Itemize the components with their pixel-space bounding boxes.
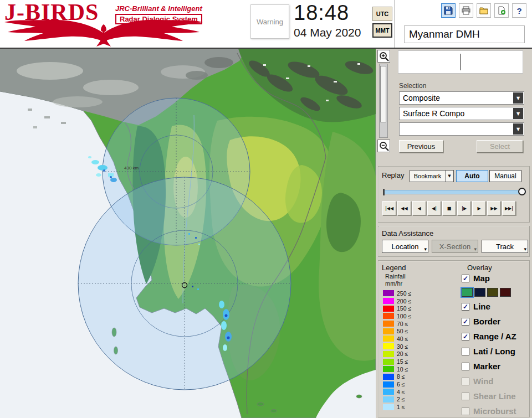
product-text-field[interactable] — [398, 50, 523, 74]
clock: 18:48 04 May 2020 — [294, 1, 361, 39]
legend-color-swatch — [383, 290, 394, 296]
map-style-swatch-1[interactable] — [462, 288, 473, 297]
overlay-label: Border — [473, 317, 500, 326]
button-label: Location — [391, 242, 418, 251]
auto-mode-button[interactable]: Auto — [456, 170, 488, 182]
playback-first-frame-button[interactable]: |◀◀ — [382, 201, 396, 215]
range-az-checkbox[interactable] — [462, 333, 469, 340]
map-style-swatch-2[interactable] — [474, 288, 485, 297]
export-button[interactable] — [494, 3, 509, 18]
x-section-button[interactable]: X-Section — [432, 240, 478, 253]
select-button[interactable]: Select — [477, 140, 523, 153]
overlay-label: Line — [473, 302, 490, 311]
line-checkbox[interactable] — [462, 303, 469, 311]
overlay-label: Marker — [473, 362, 500, 371]
slider-thumb[interactable] — [518, 188, 526, 195]
legend-threshold-label: 10 ≤ — [397, 366, 408, 373]
playback-step-forward-button[interactable]: |▶ — [457, 201, 471, 215]
overlay-item-line[interactable]: Line — [462, 299, 529, 314]
header-bar: J-BIRDS JRC-Brilliant & Intelligent Rada… — [0, 0, 532, 49]
playback-fast-forward-button[interactable]: ▶▶ — [487, 201, 501, 215]
chevron-down-icon — [445, 171, 453, 182]
location-button[interactable]: Location — [382, 240, 428, 253]
combobox-value: Surface R Compo — [403, 109, 464, 118]
overlay-item-range-az[interactable]: Range / AZ — [462, 329, 529, 344]
open-folder-button[interactable] — [477, 3, 491, 18]
slider-start-tick — [383, 189, 385, 195]
legend-threshold-label: 30 ≤ — [397, 343, 408, 350]
product-combobox[interactable]: Surface R Compo — [399, 107, 524, 120]
dropdown-corner-icon — [524, 244, 526, 252]
legend-color-swatch — [383, 351, 394, 357]
zoom-out-button[interactable] — [377, 140, 390, 152]
dropdown-corner-icon — [424, 244, 427, 252]
playback-rewind-button[interactable]: ◀◀ — [397, 201, 411, 215]
chevron-down-icon[interactable] — [513, 108, 523, 119]
zoom-scrollbar-thumb[interactable] — [380, 66, 386, 122]
slider-track[interactable] — [383, 190, 526, 194]
sub-product-combobox[interactable] — [399, 122, 524, 136]
eagle-logo-icon — [1, 17, 206, 48]
data-assistance-buttons: LocationX-SectionTrack — [382, 240, 528, 253]
playback-last-frame-button[interactable]: ▶▶| — [502, 201, 516, 215]
legend-color-swatch — [383, 389, 394, 395]
playback-step-back-button[interactable]: ◀| — [427, 201, 441, 215]
legend-entry: 70 ≤ — [383, 320, 411, 328]
overlay-item-microburst[interactable]: Microburst — [462, 404, 529, 418]
legend-threshold-label: 20 ≤ — [397, 350, 408, 357]
border-checkbox[interactable] — [462, 318, 469, 326]
shear-line-checkbox[interactable] — [462, 393, 469, 400]
legend-threshold-label: 4 ≤ — [397, 389, 405, 395]
overlay-item-map[interactable]: Map — [462, 271, 529, 286]
chevron-down-icon[interactable] — [513, 123, 523, 135]
save-button[interactable] — [441, 3, 456, 18]
map-color-swatches — [462, 286, 529, 299]
map-style-swatch-3[interactable] — [487, 288, 498, 297]
help-button[interactable]: ? — [512, 3, 526, 18]
map-checkbox[interactable] — [462, 275, 469, 282]
chevron-down-icon[interactable] — [513, 92, 523, 104]
selection-section-label: Selection — [399, 82, 426, 90]
utc-button[interactable]: UTC — [372, 7, 392, 21]
legend-color-swatch — [383, 343, 394, 349]
legend-color-swatch — [383, 313, 394, 319]
overlay-item-marker[interactable]: Marker — [462, 359, 529, 374]
playback-play-reverse-button[interactable]: ◀ — [412, 201, 426, 215]
bookmark-button[interactable]: Bookmark — [410, 170, 454, 182]
legend-entry: 40 ≤ — [383, 335, 411, 343]
toolbar: ? — [441, 3, 526, 18]
marker-checkbox[interactable] — [462, 363, 469, 370]
warning-button[interactable]: Warning — [250, 4, 289, 39]
map-style-swatch-4[interactable] — [500, 288, 511, 297]
playback-controls: |◀◀◀◀◀◀|■|▶▶▶▶▶▶| — [382, 201, 516, 215]
microburst-checkbox[interactable] — [462, 407, 469, 415]
lati-long-checkbox[interactable] — [462, 348, 469, 355]
legend-entry: 200 ≤ — [383, 297, 411, 305]
print-button[interactable] — [459, 3, 473, 18]
legend-threshold-label: 100 ≤ — [397, 313, 411, 319]
legend-entry: 15 ≤ — [383, 358, 411, 365]
text-cursor — [461, 54, 461, 70]
manual-mode-button[interactable]: Manual — [489, 170, 521, 182]
track-button[interactable]: Track — [482, 240, 528, 253]
timezone-toggle: UTC MMT — [372, 7, 392, 40]
map-area: 430 km — [0, 49, 376, 418]
wind-checkbox[interactable] — [462, 378, 469, 385]
zoom-in-button[interactable] — [377, 50, 390, 63]
overlay-label: Wind — [473, 376, 494, 386]
overlay-item-shear-line[interactable]: Shear Line — [462, 389, 529, 404]
zoom-scrollbar[interactable] — [379, 64, 388, 138]
overlay-item-wind[interactable]: Wind — [462, 374, 529, 389]
clock-date: 04 May 2020 — [294, 26, 361, 39]
previous-button[interactable]: Previous — [399, 140, 443, 153]
playback-stop-button[interactable]: ■ — [442, 201, 456, 215]
composite-combobox[interactable]: Composite — [399, 91, 524, 105]
legend-entry: 30 ≤ — [383, 343, 411, 350]
radar-map[interactable]: 430 km — [0, 49, 376, 418]
playback-play-button[interactable]: ▶ — [472, 201, 486, 215]
mmt-button[interactable]: MMT — [372, 23, 392, 38]
overlay-item-lati-long[interactable]: Lati / Long — [462, 344, 529, 359]
replay-time-slider — [383, 188, 526, 197]
overlay-item-border[interactable]: Border — [462, 314, 529, 329]
legend-color-swatch — [383, 366, 394, 372]
